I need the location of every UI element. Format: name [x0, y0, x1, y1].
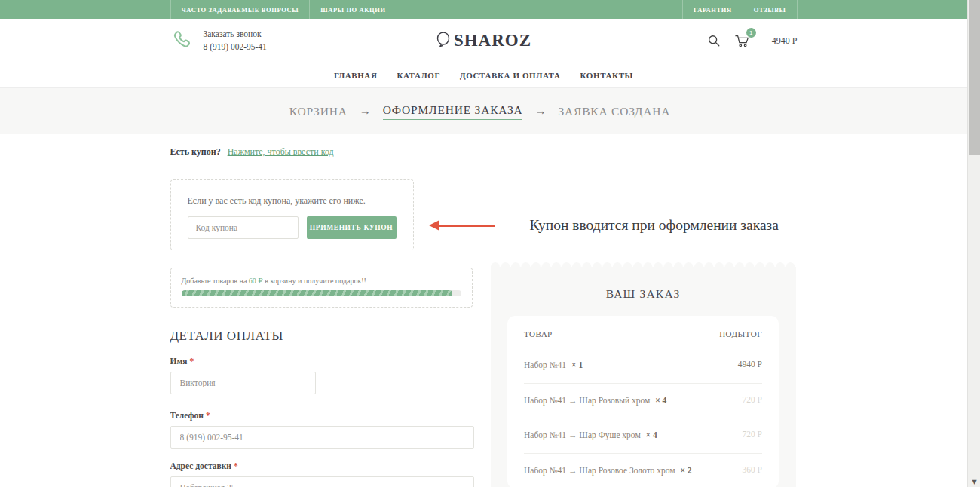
- cart-count-badge: 1: [746, 28, 756, 38]
- cart-total[interactable]: 4940 Р: [772, 35, 798, 47]
- phone-field-label: Телефон: [170, 411, 204, 420]
- checkout-steps: КОРЗИНА → ОФОРМЛЕНИЕ ЗАКАЗА → ЗАЯВКА СОЗ…: [0, 88, 967, 134]
- logo-text: SHAROZ: [454, 31, 531, 51]
- topbar-link-warranty[interactable]: ГАРАНТИЯ: [682, 0, 743, 19]
- cart-button[interactable]: 1: [734, 33, 751, 48]
- coupon-question-label: Есть купон?: [170, 146, 221, 157]
- nav-item-home[interactable]: ГЛАВНАЯ: [334, 71, 377, 80]
- order-item-price: 720 Р: [742, 394, 762, 409]
- checkout-content: Есть купон? Нажмите, чтобы ввести код Ес…: [170, 134, 798, 487]
- site-header: Заказать звонок 8 (919) 002-95-41 SHAROZ: [0, 19, 967, 63]
- name-field-label: Имя: [170, 357, 188, 366]
- order-item-price: 720 Р: [742, 428, 762, 443]
- topbar-link-sale-balloons[interactable]: ШАРЫ ПО АКЦИИ: [309, 0, 397, 19]
- main-nav: ГЛАВНАЯ КАТАЛОГ ДОСТАВКА И ОПЛАТА КОНТАК…: [0, 63, 967, 88]
- gift-progress-banner: Добавьте товаров на 60 ₽ в корзину и пол…: [170, 268, 473, 308]
- order-row: Набор №41 × 1 4940 Р: [524, 348, 762, 384]
- order-summary: ВАШ ЗАКАЗ ТОВАР ПОДЫТОГ Набор №41 × 1 49…: [491, 260, 796, 487]
- order-row: Набор №41 → Шар Розовый хром × 4 720 Р: [524, 384, 762, 419]
- gift-progress-track: [182, 290, 461, 296]
- top-utility-bar: ЧАСТО ЗАДАВАЕМЫЕ ВОПРОСЫ ШАРЫ ПО АКЦИИ Г…: [0, 0, 967, 19]
- coupon-form: Если у вас есть код купона, укажите его …: [170, 179, 414, 250]
- gift-text-before: Добавьте товаров на: [182, 277, 249, 285]
- coupon-code-input[interactable]: [188, 216, 299, 239]
- scrollbar-thumb[interactable]: [969, 0, 980, 155]
- order-item-price: 360 Р: [742, 464, 762, 479]
- gift-amount: 60 ₽: [249, 277, 263, 285]
- billing-details-title: ДЕТАЛИ ОПЛАТЫ: [170, 329, 474, 344]
- receipt-scallop-edge: [491, 260, 796, 267]
- step-cart[interactable]: КОРЗИНА: [289, 105, 348, 118]
- apply-coupon-button[interactable]: ПРИМЕНИТЬ КУПОН: [307, 216, 397, 239]
- scrollbar-down-arrow[interactable]: ▼: [968, 479, 980, 485]
- order-row: Набор №41 → Шар Розовое Золото хром × 2 …: [524, 454, 762, 487]
- header-phone-number: 8 (919) 002-95-41: [204, 41, 267, 54]
- annotation-text: Купон вводится при оформлении заказа: [530, 217, 779, 234]
- address-field-label: Адрес доставки: [170, 461, 231, 470]
- gift-progress-fill: [182, 290, 453, 296]
- address-field[interactable]: [170, 476, 474, 487]
- gift-text-after: в корзину и получите подарок!!: [263, 277, 366, 285]
- order-item-name: Набор №41 → Шар Розовое Золото хром: [524, 466, 675, 475]
- nav-item-catalog[interactable]: КАТАЛОГ: [397, 71, 440, 80]
- order-item-qty: × 1: [571, 360, 583, 369]
- order-item-name: Набор №41 → Шар Розовый хром: [524, 396, 650, 405]
- required-asterisk: *: [190, 357, 194, 366]
- topbar-link-faq[interactable]: ЧАСТО ЗАДАВАЕМЫЕ ВОПРОСЫ: [170, 0, 310, 19]
- order-col-product: ТОВАР: [524, 329, 553, 338]
- step-order-created: ЗАЯВКА СОЗДАНА: [558, 105, 670, 118]
- order-item-qty: × 2: [680, 466, 691, 475]
- nav-item-delivery[interactable]: ДОСТАВКА И ОПЛАТА: [460, 71, 560, 80]
- scrollbar-track[interactable]: ▼: [967, 0, 980, 487]
- coupon-hint: Если у вас есть код купона, укажите его …: [188, 195, 397, 207]
- required-asterisk: *: [206, 411, 210, 420]
- order-item-name: Набор №41 → Шар Фуше хром: [524, 430, 641, 440]
- phone-icon: [170, 29, 193, 52]
- topbar-link-reviews[interactable]: ОТЗЫВЫ: [743, 0, 798, 19]
- nav-item-contacts[interactable]: КОНТАКТЫ: [580, 71, 633, 80]
- logo[interactable]: SHAROZ: [436, 31, 531, 51]
- order-item-name: Набор №41: [524, 360, 566, 369]
- order-item-price: 4940 Р: [738, 358, 762, 373]
- arrow-left-icon: [439, 225, 495, 227]
- required-asterisk: *: [234, 461, 238, 470]
- coupon-toggle-link[interactable]: Нажмите, чтобы ввести код: [228, 146, 334, 157]
- name-field[interactable]: [170, 372, 316, 394]
- order-row: Набор №41 → Шар Фуше хром × 4 720 Р: [524, 418, 762, 454]
- order-item-qty: × 4: [646, 430, 657, 440]
- order-col-subtotal: ПОДЫТОГ: [719, 329, 762, 338]
- order-summary-title: ВАШ ЗАКАЗ: [491, 287, 796, 301]
- step-arrow-icon: →: [534, 105, 546, 118]
- step-checkout: ОФОРМЛЕНИЕ ЗАКАЗА: [383, 103, 523, 120]
- search-icon[interactable]: [707, 34, 721, 47]
- order-item-qty: × 4: [655, 396, 666, 405]
- order-table: ТОВАР ПОДЫТОГ Набор №41 × 1 4940 Р Набор…: [507, 316, 779, 487]
- phone-field[interactable]: [170, 426, 474, 449]
- coupon-annotation: Купон вводится при оформлении заказа: [439, 217, 779, 234]
- call-request-label[interactable]: Заказать звонок: [204, 28, 267, 41]
- call-request-block[interactable]: Заказать звонок 8 (919) 002-95-41: [170, 28, 359, 54]
- step-arrow-icon: →: [360, 105, 371, 118]
